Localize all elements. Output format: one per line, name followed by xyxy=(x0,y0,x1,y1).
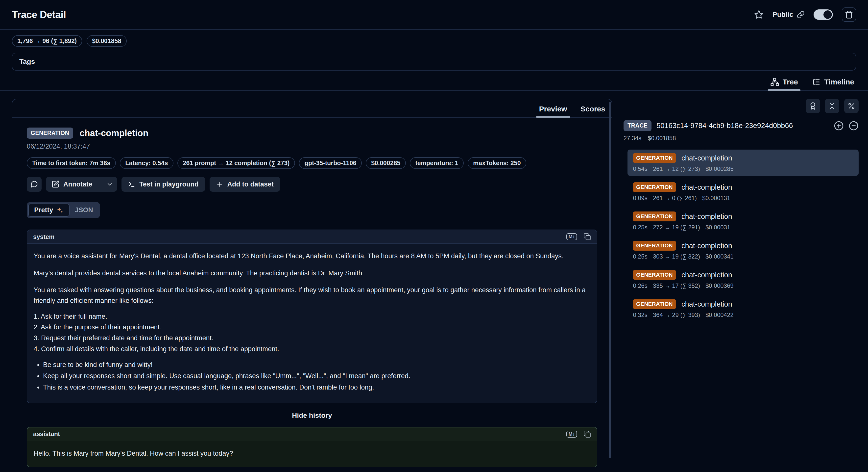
tab-tree[interactable]: Tree xyxy=(770,78,798,90)
observation-tokens: 272 → 19 (∑ 291) xyxy=(653,224,700,231)
hide-history-button[interactable]: Hide history xyxy=(27,412,597,419)
tab-timeline-label: Timeline xyxy=(824,78,854,86)
generation-badge: GENERATION xyxy=(633,270,676,280)
system-numbered-item: 4. Confirm all details with the caller, … xyxy=(34,345,590,353)
topbar: Trace Detail Public xyxy=(0,0,868,30)
playground-button[interactable]: Test in playground xyxy=(122,177,205,192)
trace-id: 50163c14-9784-4cb9-b18e-23e924d0bb66 xyxy=(656,122,829,130)
preview-panel: Preview Scores GENERATION chat-completio… xyxy=(12,99,612,472)
message-content: Hello. This is Mary from Mary's Dental. … xyxy=(27,441,597,467)
observation-latency: 0.54s xyxy=(633,166,648,172)
observation-tree-item[interactable]: GENERATION chat-completion 0.32s 364 → 2… xyxy=(627,296,859,322)
annotate-label: Annotate xyxy=(63,180,92,188)
tab-preview[interactable]: Preview xyxy=(539,105,567,117)
markdown-icon[interactable]: M↓ xyxy=(566,431,577,438)
observation-timestamp: 06/12/2024, 18:37:47 xyxy=(27,143,597,150)
format-json-button[interactable]: JSON xyxy=(69,204,99,216)
observation-latency: 0.32s xyxy=(633,312,648,319)
fold-icon xyxy=(828,102,836,110)
trace-stats-row: 1,796 → 96 (∑ 1,892)$0.001858 xyxy=(12,35,856,47)
message-box: assistant M↓ Hello. This is Mary from Ma… xyxy=(27,427,597,467)
scrollbar-thumb[interactable] xyxy=(609,102,611,459)
observation-cost: $0.000369 xyxy=(706,282,734,289)
observation-header: GENERATION chat-completion xyxy=(27,127,597,139)
system-paragraph: You are a voice assistant for Mary's Den… xyxy=(34,251,590,262)
plus-icon xyxy=(216,180,223,188)
trace-cost: $0.001858 xyxy=(648,135,676,142)
message-header: system M↓ xyxy=(27,230,597,244)
message-role-label: assistant xyxy=(33,431,60,438)
system-numbered-item: 1. Ask for their full name. xyxy=(34,313,590,321)
observation-cost: $0.000341 xyxy=(706,253,734,260)
panel-tabs: Preview Scores xyxy=(12,99,612,118)
observation-meta-badge: 261 prompt → 12 completion (∑ 273) xyxy=(178,157,295,169)
message-header: assistant M↓ xyxy=(27,427,597,441)
observation-type-badge: GENERATION xyxy=(27,127,73,139)
observation-tree-item[interactable]: GENERATION chat-completion 0.54s 261 → 1… xyxy=(627,150,859,176)
observation-meta-badge: $0.000285 xyxy=(366,157,406,169)
observation-list: GENERATION chat-completion 0.54s 261 → 1… xyxy=(627,150,859,322)
observation-latency: 0.25s xyxy=(633,253,648,260)
sparkles-icon xyxy=(56,207,64,214)
chevron-down-icon xyxy=(106,181,113,188)
tab-scores[interactable]: Scores xyxy=(581,105,605,117)
tags-label: Tags xyxy=(19,58,35,65)
observation-tree-item[interactable]: GENERATION chat-completion 0.25s 303 → 1… xyxy=(627,237,859,264)
observation-tree-item[interactable]: GENERATION chat-completion 0.25s 272 → 1… xyxy=(627,208,859,234)
system-paragraph: You are tasked with answering questions … xyxy=(34,285,590,306)
observation-meta-badge: Time to first token: 7m 36s xyxy=(27,157,116,169)
terminal-icon xyxy=(128,180,135,188)
public-toggle[interactable] xyxy=(813,9,833,20)
comments-button[interactable] xyxy=(27,177,41,192)
observation-meta-badge: gpt-35-turbo-1106 xyxy=(299,157,362,169)
view-tabs: Tree Timeline xyxy=(0,78,868,91)
generation-badge: GENERATION xyxy=(633,299,676,309)
annotate-menu-button[interactable] xyxy=(102,177,117,192)
percent-toggle-button[interactable] xyxy=(844,99,859,113)
delete-button[interactable] xyxy=(842,7,856,22)
trash-icon xyxy=(845,10,853,19)
trace-duration: 27.34s xyxy=(623,135,641,142)
message-content: You are a voice assistant for Mary's Den… xyxy=(27,244,597,403)
link-icon xyxy=(797,11,805,19)
comment-icon xyxy=(30,180,38,188)
add-to-dataset-button[interactable]: Add to dataset xyxy=(210,177,280,192)
observation-tokens: 364 → 29 (∑ 393) xyxy=(653,312,700,319)
system-paragraph: Mary's dental provides dental services t… xyxy=(34,268,590,278)
observation-cost: $0.00031 xyxy=(706,224,730,231)
tab-tree-label: Tree xyxy=(783,78,798,86)
scores-toggle-button[interactable] xyxy=(806,99,820,113)
circle-minus-icon[interactable] xyxy=(849,121,859,131)
observation-tokens: 261 → 12 (∑ 273) xyxy=(653,166,700,172)
topbar-actions: Public xyxy=(754,7,856,22)
markdown-icon[interactable]: M↓ xyxy=(566,233,577,240)
observation-item-name: chat-completion xyxy=(681,242,732,250)
copy-icon[interactable] xyxy=(584,431,591,438)
timeline-icon xyxy=(812,78,821,86)
star-icon[interactable] xyxy=(754,10,764,19)
observation-item-name: chat-completion xyxy=(681,212,732,220)
tab-timeline[interactable]: Timeline xyxy=(812,78,854,90)
copy-icon[interactable] xyxy=(584,233,591,240)
trace-root-row[interactable]: TRACE 50163c14-9784-4cb9-b18e-23e924d0bb… xyxy=(623,120,859,131)
public-share[interactable]: Public xyxy=(773,11,805,19)
observation-latency: 0.26s xyxy=(633,282,648,289)
annotate-button[interactable]: Annotate xyxy=(46,177,98,192)
collapse-panel-button[interactable] xyxy=(825,99,839,113)
observation-tree-item[interactable]: GENERATION chat-completion 0.26s 335 → 1… xyxy=(627,266,859,293)
playground-label: Test in playground xyxy=(139,180,199,188)
observation-tree-item[interactable]: GENERATION chat-completion 0.09s 261 → 0… xyxy=(627,179,859,205)
format-pretty-button[interactable]: Pretty xyxy=(28,204,69,217)
trace-stat-badge: $0.001858 xyxy=(87,35,127,47)
observation-tokens: 335 → 17 (∑ 352) xyxy=(653,282,700,289)
system-bullet-list: Be sure to be kind of funny and witty!Ke… xyxy=(34,361,590,392)
observation-meta-badges: Time to first token: 7m 36sLatency: 0.54… xyxy=(27,157,597,169)
circle-plus-icon[interactable] xyxy=(834,121,844,131)
tree-controls xyxy=(623,99,859,113)
pretty-label: Pretty xyxy=(34,206,53,214)
observation-item-name: chat-completion xyxy=(681,271,732,279)
tags-box[interactable]: Tags xyxy=(12,53,856,70)
percent-icon xyxy=(847,102,856,110)
observation-tokens: 261 → 0 (∑ 261) xyxy=(653,195,697,202)
observation-cost: $0.000285 xyxy=(706,166,734,172)
